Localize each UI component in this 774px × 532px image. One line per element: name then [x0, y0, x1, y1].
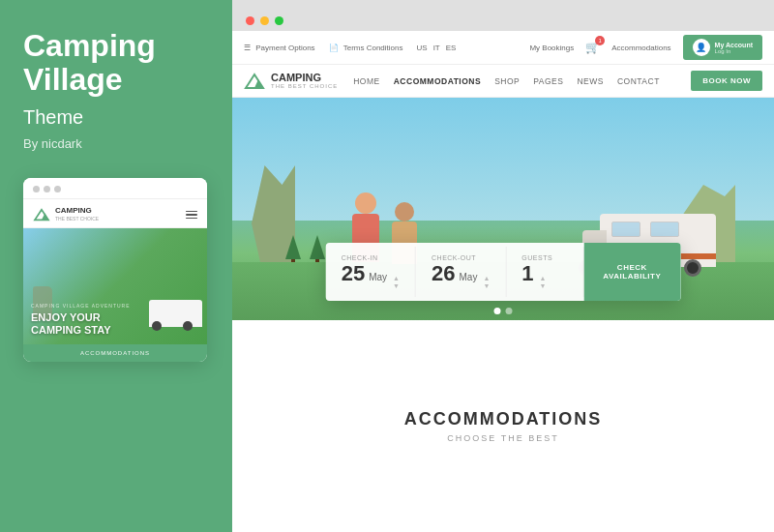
terms-conditions-link[interactable]: 📄 Terms Conditions: [329, 44, 403, 52]
guests-up-arrow[interactable]: ▲: [540, 275, 547, 281]
guests-count: 1: [521, 263, 533, 284]
nav-item-news[interactable]: NEWS: [577, 76, 604, 86]
checkin-month: May: [369, 272, 387, 282]
book-now-button[interactable]: BOOK NOW: [691, 71, 762, 91]
checkin-label: CHECK-IN: [342, 254, 400, 261]
dot-yellow: [44, 186, 50, 192]
nav-item-contact[interactable]: CONTACT: [617, 76, 660, 86]
account-avatar: 👤: [693, 39, 710, 56]
cart-icon[interactable]: 🛒 1: [585, 41, 600, 54]
utility-bar: ☰ Payment Options 📄 Terms Conditions US …: [232, 31, 774, 65]
dot-green: [54, 186, 61, 192]
browser-content: ☰ Payment Options 📄 Terms Conditions US …: [232, 31, 774, 532]
theme-title: Camping Village: [23, 29, 209, 97]
mobile-hero-tag: CAMPING VILLAGE ADVENTURE: [31, 303, 199, 309]
maximize-dot[interactable]: [275, 16, 283, 25]
nav-item-home[interactable]: HOME: [353, 76, 380, 86]
hero-section: CHECK-IN 25 May ▲ ▼ CHECK-OUT 26 May: [232, 98, 774, 320]
utility-right: My Bookings 🛒 1 Accommodations 👤 My Acco…: [529, 35, 762, 60]
hamburger-menu[interactable]: [186, 211, 197, 220]
checkout-label: CHECK-OUT: [432, 254, 490, 261]
theme-title-line2: Village: [23, 62, 123, 97]
nav-item-pages[interactable]: PAGES: [533, 76, 563, 86]
dot-red: [33, 186, 40, 192]
minimize-dot[interactable]: [260, 16, 269, 25]
close-dot[interactable]: [246, 16, 254, 25]
language-selector: US IT ES: [417, 44, 457, 52]
accommodations-title: ACCOMMODATIONS: [404, 409, 603, 429]
theme-title-line1: Camping: [23, 28, 156, 63]
checkin-day: 25: [342, 263, 365, 284]
logo-main-text: CAMPING: [271, 72, 338, 83]
hero-dot-2[interactable]: [506, 308, 513, 314]
checkin-arrows[interactable]: ▲ ▼: [393, 275, 400, 289]
lang-it[interactable]: IT: [433, 44, 440, 52]
checkout-value-row: 26 May ▲ ▼: [432, 263, 490, 289]
mobile-footer-tag: ACCOMMODATIONS: [23, 344, 207, 362]
logo-mountain-icon: [244, 73, 265, 90]
mobile-card-header: [23, 178, 207, 199]
logo-text-block: CAMPING THE BEST CHOICE: [271, 72, 338, 90]
hamburger-line-2: [186, 214, 197, 216]
guests-field: GUESTS 1 ▲ ▼: [506, 247, 583, 297]
accommodations-subtitle: CHOOSE THE BEST: [447, 433, 558, 443]
guests-value-row: 1 ▲ ▼: [521, 263, 567, 289]
rv-window-2: [650, 222, 679, 237]
hero-dot-1[interactable]: [494, 308, 501, 314]
checkout-down-arrow[interactable]: ▼: [483, 282, 490, 289]
browser-window: ☰ Payment Options 📄 Terms Conditions US …: [232, 0, 774, 532]
nav-items: HOME ACCOMMODATIONS SHOP PAGES NEWS CONT…: [353, 76, 691, 86]
window-dots: [33, 186, 61, 192]
hamburger-line-1: [186, 211, 197, 213]
checkout-up-arrow[interactable]: ▲: [483, 275, 490, 281]
booking-widget: CHECK-IN 25 May ▲ ▼ CHECK-OUT 26 May: [326, 243, 681, 301]
checkin-down-arrow[interactable]: ▼: [393, 282, 400, 289]
rv-wheel-rear: [684, 259, 701, 277]
mobile-preview-card: CAMPING THE BEST CHOICE CAMPING VILLAGE …: [23, 178, 207, 362]
mobile-hero-overlay: CAMPING VILLAGE ADVENTURE ENJOY YOUR CAM…: [23, 295, 207, 344]
mobile-mountain-icon: [33, 208, 50, 222]
account-label: My Account Log In: [715, 42, 753, 54]
mobile-nav: CAMPING THE BEST CHOICE: [23, 199, 207, 228]
mobile-logo-sub: THE BEST CHOICE: [55, 216, 99, 222]
hero-dots: [494, 308, 513, 314]
accommodations-link[interactable]: Accommodations: [611, 44, 670, 52]
mobile-logo-text-block: CAMPING THE BEST CHOICE: [55, 207, 99, 222]
mobile-logo-area: CAMPING THE BEST CHOICE: [33, 207, 99, 222]
guests-arrows[interactable]: ▲ ▼: [540, 275, 547, 289]
cart-badge: 1: [595, 36, 605, 45]
theme-subtitle: Theme: [23, 106, 209, 129]
bottom-section: ACCOMMODATIONS CHOOSE THE BEST: [232, 320, 774, 532]
my-bookings-link[interactable]: My Bookings: [529, 44, 574, 52]
checkin-up-arrow[interactable]: ▲: [393, 275, 400, 281]
theme-by: By nicdark: [23, 136, 209, 151]
browser-chrome: [232, 0, 774, 31]
checkin-field: CHECK-IN 25 May ▲ ▼: [326, 247, 416, 297]
lang-us[interactable]: US: [417, 44, 428, 52]
payment-options-link[interactable]: ☰ Payment Options: [244, 44, 315, 52]
logo-area: CAMPING THE BEST CHOICE: [244, 72, 338, 90]
account-button[interactable]: 👤 My Account Log In: [683, 35, 762, 60]
main-nav: CAMPING THE BEST CHOICE HOME ACCOMMODATI…: [232, 65, 774, 98]
left-panel: Camping Village Theme By nicdark CAMPING…: [0, 0, 232, 532]
mobile-logo-text: CAMPING: [55, 207, 99, 216]
nav-item-shop[interactable]: SHOP: [494, 76, 520, 86]
logo-tagline: THE BEST CHOICE: [271, 83, 338, 90]
lang-es[interactable]: ES: [446, 44, 457, 52]
guests-down-arrow[interactable]: ▼: [540, 282, 547, 289]
guests-label: GUESTS: [521, 254, 567, 261]
nav-item-accommodations[interactable]: ACCOMMODATIONS: [394, 76, 481, 86]
utility-left: ☰ Payment Options 📄 Terms Conditions US …: [244, 44, 456, 52]
checkout-arrows[interactable]: ▲ ▼: [483, 275, 490, 289]
checkout-month: May: [460, 272, 478, 282]
mobile-hero: CAMPING VILLAGE ADVENTURE ENJOY YOUR CAM…: [23, 228, 207, 344]
mobile-hero-title: ENJOY YOUR CAMPING STAY: [31, 311, 199, 337]
svg-marker-1: [42, 213, 48, 220]
checkout-day: 26: [432, 263, 455, 284]
check-availability-button[interactable]: CHECK AVAILABILITY: [583, 243, 680, 301]
hamburger-line-3: [186, 218, 197, 220]
checkout-field: CHECK-OUT 26 May ▲ ▼: [416, 247, 506, 297]
rv-window-1: [611, 222, 640, 237]
checkin-value-row: 25 May ▲ ▼: [342, 263, 400, 289]
